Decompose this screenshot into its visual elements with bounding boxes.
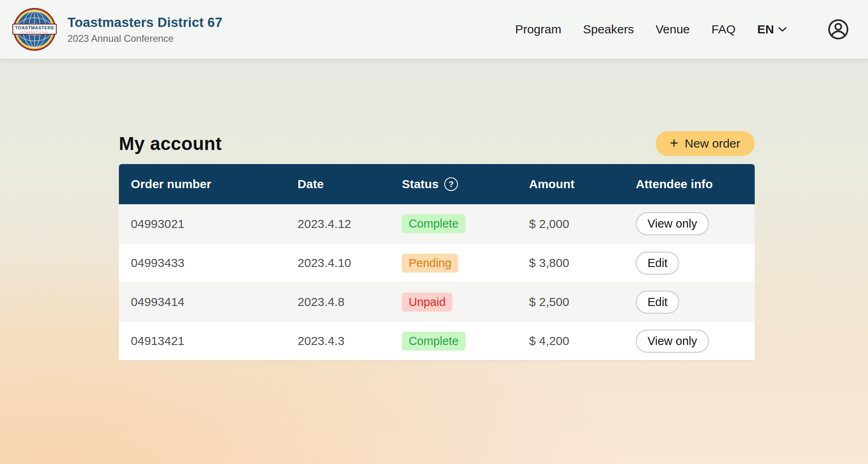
header-bar: TOASTMASTERS INTERNATIONAL Toastmasters … [0,0,868,59]
status-cell: Complete [402,332,529,351]
order-number: 04913421 [131,334,184,348]
order-date: 2023.4.10 [298,256,351,270]
date-cell: 2023.4.8 [298,295,402,309]
col-date: Date [298,177,402,191]
col-status: Status ? [402,177,529,191]
new-order-button[interactable]: + New order [656,131,755,156]
main-nav: Program Speakers Venue FAQ EN [515,18,850,41]
order-date: 2023.4.12 [298,217,351,231]
page-title: My account [119,133,222,154]
order-amount: $ 4,200 [529,334,569,348]
attendee-action-button[interactable]: Edit [636,291,679,314]
order-date: 2023.4.3 [298,334,345,348]
action-cell: View only [636,212,755,235]
toastmasters-logo-icon: TOASTMASTERS INTERNATIONAL [12,7,57,52]
action-cell: Edit [636,252,755,275]
heading-row: My account + New order [119,126,755,161]
status-cell: Pending [402,254,529,273]
site-title: Toastmasters District 67 [67,15,223,30]
amount-cell: $ 2,500 [529,295,636,309]
order-number-cell: 04993433 [119,256,298,270]
account-page: My account + New order Order number Date… [119,59,755,360]
question-circle-icon[interactable]: ? [444,177,458,191]
order-number-cell: 04913421 [119,334,298,348]
order-number-cell: 04993414 [119,295,298,309]
action-cell: View only [636,330,755,353]
status-cell: Complete [402,214,529,233]
date-cell: 2023.4.12 [298,217,402,231]
chevron-down-icon [778,27,787,32]
nav-item-venue[interactable]: Venue [656,23,690,36]
account-button[interactable] [827,18,850,41]
col-status-label: Status [402,177,439,191]
attendee-action-button[interactable]: View only [636,330,709,353]
col-order-number: Order number [119,177,298,191]
order-number-cell: 04993021 [119,217,298,231]
order-amount: $ 2,500 [529,295,569,309]
nav-item-speakers[interactable]: Speakers [583,23,634,36]
order-number: 04993414 [131,295,184,309]
table-row: 04993021 2023.4.12 Complete $ 2,000 View… [119,204,755,243]
brand-block: Toastmasters District 67 2023 Annual Con… [67,15,223,44]
table-row: 04993433 2023.4.10 Pending $ 3,800 Edit [119,243,755,282]
order-amount: $ 2,000 [529,217,569,231]
logo-word-international: INTERNATIONAL [20,31,49,33]
col-amount: Amount [529,177,636,191]
status-badge: Complete [402,332,465,351]
status-cell: Unpaid [402,293,529,312]
language-selector[interactable]: EN [757,23,787,36]
col-attendee-info: Attendee info [636,177,755,191]
logo-word-toastmasters: TOASTMASTERS [15,25,54,30]
plus-icon: + [670,136,678,150]
amount-cell: $ 3,800 [529,256,636,270]
status-badge: Unpaid [402,293,452,312]
date-cell: 2023.4.10 [298,256,402,270]
table-row: 04993414 2023.4.8 Unpaid $ 2,500 Edit [119,282,755,321]
table-body: 04993021 2023.4.12 Complete $ 2,000 View… [119,204,755,360]
status-badge: Pending [402,254,458,273]
language-label: EN [757,23,774,36]
new-order-label: New order [685,137,740,150]
order-number: 04993433 [131,256,184,270]
nav-item-faq[interactable]: FAQ [711,23,735,36]
attendee-action-button[interactable]: Edit [636,252,679,275]
order-amount: $ 3,800 [529,256,569,270]
action-cell: Edit [636,291,755,314]
nav-item-program[interactable]: Program [515,23,561,36]
status-badge: Complete [402,214,465,233]
user-circle-icon [827,18,849,40]
site-subtitle: 2023 Annual Conference [67,33,223,44]
table-row: 04913421 2023.4.3 Complete $ 4,200 View … [119,321,755,360]
date-cell: 2023.4.3 [298,334,402,348]
amount-cell: $ 4,200 [529,334,636,348]
attendee-action-button[interactable]: View only [636,212,709,235]
order-number: 04993021 [131,217,184,231]
table-header-row: Order number Date Status ? Amount Attend… [119,164,755,204]
orders-table: Order number Date Status ? Amount Attend… [119,164,755,360]
order-date: 2023.4.8 [298,295,345,309]
amount-cell: $ 2,000 [529,217,636,231]
